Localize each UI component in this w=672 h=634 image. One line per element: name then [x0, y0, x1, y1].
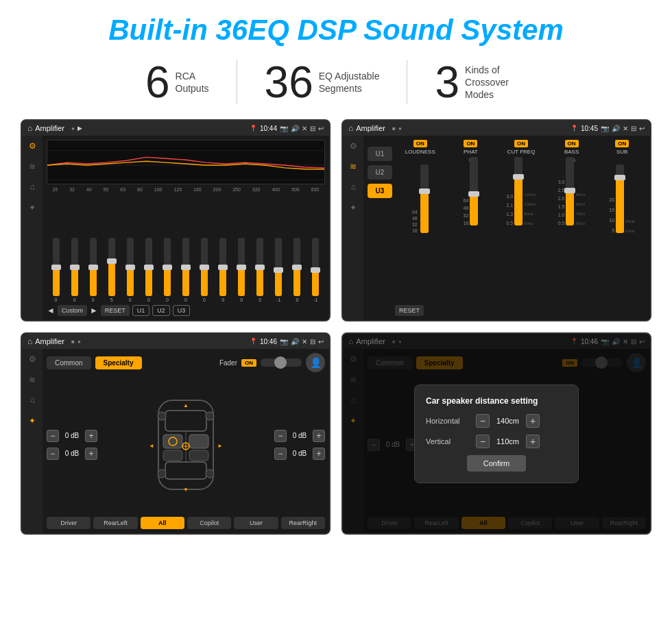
- eq-slider-12[interactable]: [275, 238, 282, 296]
- cv-phat-group: ON PHAT G 64 48 32 16: [447, 140, 495, 302]
- dialog-vertical-minus[interactable]: −: [476, 435, 490, 448]
- sp-plus-2[interactable]: +: [85, 448, 97, 460]
- cv-close-icon[interactable]: ✕: [623, 125, 628, 132]
- eq-settings-icon[interactable]: ⚙: [29, 141, 36, 151]
- sp-minus-2[interactable]: −: [47, 448, 59, 460]
- cv-crossover-icon[interactable]: ✦: [350, 203, 357, 212]
- cv-reset-btn[interactable]: RESET: [395, 305, 424, 316]
- eq-wave-icon[interactable]: ≋: [29, 162, 36, 171]
- eq-prev-icon[interactable]: ◄: [47, 306, 55, 315]
- eq-slider-4[interactable]: [127, 238, 134, 296]
- screen-crossover: ⌂ Amplifier ■ ● 📍 10:45 📷 🔊 ✕ ⊟ ↩ ⚙ ≋: [341, 119, 651, 321]
- eq-slider-10[interactable]: [238, 238, 245, 296]
- cv-cutfreq-slider[interactable]: [514, 157, 523, 225]
- sp-crossover-icon[interactable]: ✦: [29, 416, 36, 426]
- eq-u1-btn[interactable]: U1: [132, 305, 150, 316]
- eq-slider-2[interactable]: [90, 238, 97, 296]
- sp-window-icon[interactable]: ⊟: [310, 338, 315, 345]
- cv-bass-slider[interactable]: [566, 157, 574, 225]
- eq-next-icon[interactable]: ►: [90, 306, 98, 315]
- sp-minus-1[interactable]: −: [47, 430, 59, 442]
- sp-settings-icon[interactable]: ⚙: [29, 354, 36, 364]
- screen-cv-time: 10:45: [581, 125, 598, 132]
- dialog-vertical-plus[interactable]: +: [526, 435, 540, 448]
- sp-db-row-2: − 0 dB +: [47, 448, 97, 460]
- eq-slider-col-11: 0: [256, 238, 263, 302]
- eq-reset-btn[interactable]: RESET: [101, 305, 130, 316]
- dialog-horizontal-minus[interactable]: −: [476, 414, 490, 428]
- sp-home-icon[interactable]: ⌂: [27, 337, 32, 346]
- eq-slider-0[interactable]: [53, 238, 60, 296]
- window-icon[interactable]: ⊟: [310, 125, 315, 132]
- sp-rearright-btn[interactable]: RearRight: [281, 517, 325, 529]
- sp-plus-3[interactable]: +: [313, 430, 325, 442]
- sp-plus-4[interactable]: +: [313, 448, 325, 460]
- sp-sound-icon[interactable]: ♫: [29, 395, 36, 405]
- eq-slider-col-9: 0: [219, 238, 226, 302]
- cv-home-icon[interactable]: ⌂: [348, 123, 353, 133]
- sp-all-btn[interactable]: All: [141, 517, 184, 529]
- sp-back-icon[interactable]: ↩: [318, 338, 324, 345]
- eq-slider-13[interactable]: [293, 238, 300, 296]
- back-icon[interactable]: ↩: [318, 125, 324, 132]
- sp-specialty-tab[interactable]: Specialty: [95, 356, 142, 369]
- sp-common-tab[interactable]: Common: [47, 356, 91, 369]
- volume-icon[interactable]: 🔊: [291, 125, 299, 132]
- cv-wave-icon[interactable]: ≋: [350, 162, 357, 171]
- cv-phat-on: ON: [464, 140, 477, 147]
- screen-cv-sidebar: ⚙ ≋ ♫ ✦: [343, 136, 363, 320]
- screen-speaker: ⌂ Amplifier ■ ● 📍 10:46 📷 🔊 ✕ ⊟ ↩ ⚙ ≋: [21, 332, 331, 535]
- sp-close-icon[interactable]: ✕: [302, 338, 307, 345]
- cv-settings-icon[interactable]: ⚙: [350, 141, 357, 151]
- sp-camera-icon[interactable]: 📷: [280, 338, 288, 345]
- cv-phat-slider[interactable]: [470, 157, 478, 225]
- eq-slider-6[interactable]: [164, 238, 171, 296]
- cv-window-icon[interactable]: ⊟: [631, 125, 636, 132]
- cv-sub-slider[interactable]: [616, 164, 624, 233]
- eq-slider-9[interactable]: [219, 238, 226, 296]
- close-icon[interactable]: ✕: [302, 125, 307, 132]
- cv-sound-icon[interactable]: ♫: [350, 182, 357, 192]
- sp-wave-icon[interactable]: ≋: [29, 375, 36, 385]
- cv-volume-icon[interactable]: 🔊: [612, 125, 620, 132]
- cv-u1-btn[interactable]: U1: [368, 147, 392, 161]
- svg-point-16: [206, 412, 214, 420]
- dialog-horizontal-plus[interactable]: +: [526, 414, 540, 428]
- cv-u2-btn[interactable]: U2: [368, 165, 392, 180]
- home-icon[interactable]: ⌂: [27, 123, 32, 133]
- cv-u3-btn[interactable]: U3: [368, 184, 392, 198]
- sp-plus-1[interactable]: +: [85, 430, 97, 442]
- cv-loudness-slider[interactable]: [420, 164, 429, 233]
- dialog-confirm-btn[interactable]: Confirm: [467, 455, 527, 472]
- sp-user-btn[interactable]: User: [234, 517, 278, 529]
- sp-copilot-btn[interactable]: Copilot: [187, 517, 231, 529]
- sp-avatar-btn[interactable]: 👤: [306, 353, 325, 372]
- eq-slider-3[interactable]: [108, 238, 115, 296]
- eq-sliders-row: 000500000000-10-1: [47, 195, 325, 302]
- camera-icon[interactable]: 📷: [280, 125, 288, 132]
- eq-slider-14[interactable]: [312, 238, 319, 296]
- sp-driver-btn[interactable]: Driver: [47, 517, 91, 529]
- svg-rect-8: [189, 435, 208, 448]
- sp-minus-3[interactable]: −: [274, 430, 287, 442]
- cv-sub-on: ON: [615, 140, 629, 147]
- stat-rca: 6 RCAOutputs: [118, 60, 237, 104]
- eq-slider-11[interactable]: [256, 238, 263, 296]
- sp-rearleft-btn[interactable]: RearLeft: [93, 517, 137, 529]
- eq-val-12: -1: [276, 297, 280, 302]
- screen-sp-app-title: Amplifier: [35, 337, 64, 345]
- eq-slider-7[interactable]: [182, 238, 189, 296]
- eq-slider-8[interactable]: [201, 238, 208, 296]
- eq-custom-btn[interactable]: Custom: [58, 305, 87, 316]
- sp-fader-slider[interactable]: [261, 358, 302, 367]
- sp-minus-4[interactable]: −: [274, 448, 287, 460]
- eq-slider-1[interactable]: [71, 238, 78, 296]
- eq-crossover-icon[interactable]: ✦: [29, 203, 36, 212]
- eq-slider-5[interactable]: [145, 238, 152, 296]
- eq-sound-icon[interactable]: ♫: [29, 182, 36, 192]
- eq-u2-btn[interactable]: U2: [152, 305, 170, 316]
- sp-volume-icon[interactable]: 🔊: [291, 338, 299, 345]
- eq-u3-btn[interactable]: U3: [173, 305, 191, 316]
- cv-camera-icon[interactable]: 📷: [601, 125, 609, 132]
- cv-back-icon[interactable]: ↩: [639, 125, 645, 132]
